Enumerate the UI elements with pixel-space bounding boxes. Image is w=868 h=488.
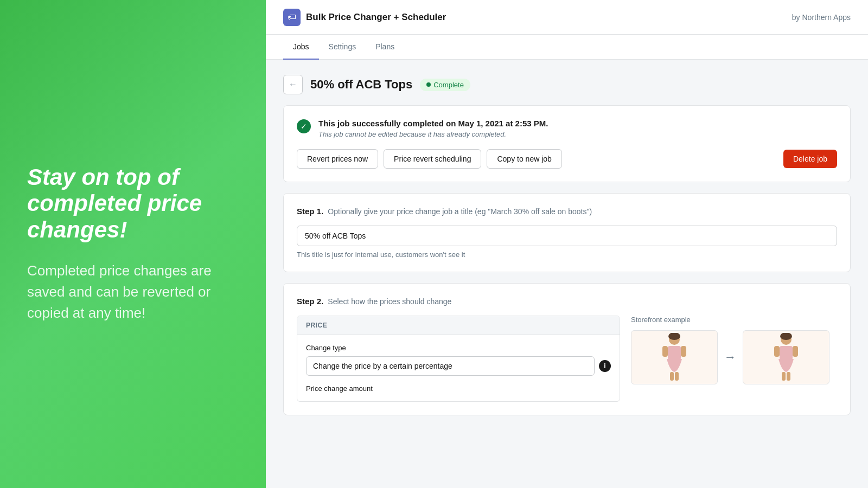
price-section-header: PRICE	[297, 316, 620, 335]
storefront-label: Storefront example	[631, 316, 837, 324]
completion-card: ✓ This job successfully completed on May…	[283, 105, 851, 182]
change-type-select[interactable]: Change the price by a certain percentage…	[306, 356, 595, 376]
step2-label: Step 2. Select how the prices should cha…	[297, 297, 837, 306]
job-title-input[interactable]	[297, 226, 837, 246]
tab-plans[interactable]: Plans	[366, 35, 404, 60]
step1-card: Step 1. Optionally give your price chang…	[283, 193, 851, 272]
select-wrapper: Change the price by a certain percentage…	[306, 356, 611, 376]
change-type-label: Change type	[306, 344, 611, 352]
app-by-text: by Northern Apps	[792, 13, 851, 22]
svg-rect-10	[793, 346, 798, 357]
app-logo-icon: 🏷	[283, 9, 301, 26]
arrow-right-icon: →	[724, 350, 736, 364]
tab-jobs[interactable]: Jobs	[283, 35, 319, 60]
svg-rect-1	[668, 346, 681, 360]
left-body: Completed price changes are saved and ca…	[27, 260, 239, 324]
input-hint: This title is just for internal use, cus…	[297, 251, 837, 259]
product-card-before	[631, 330, 718, 384]
copy-to-new-job-button[interactable]: Copy to new job	[487, 149, 561, 169]
check-circle-icon: ✓	[297, 119, 311, 133]
status-badge: Complete	[420, 79, 470, 91]
left-title: Stay on top of completed price changes!	[27, 164, 239, 243]
job-title: 50% off ACB Tops	[310, 78, 412, 92]
step2-card: Step 2. Select how the prices should cha…	[283, 283, 851, 415]
revert-prices-button[interactable]: Revert prices now	[297, 149, 378, 169]
completion-notice: ✓ This job successfully completed on May…	[297, 119, 837, 138]
main-content: ← 50% off ACB Tops Complete ✓ This job s…	[266, 60, 868, 431]
left-panel: Stay on top of completed price changes! …	[0, 0, 266, 488]
info-icon[interactable]: i	[599, 360, 611, 372]
tag-icon: 🏷	[288, 12, 296, 22]
page-title-row: ← 50% off ACB Tops Complete	[283, 75, 851, 94]
svg-rect-12	[787, 372, 790, 381]
price-section-body: Change type Change the price by a certai…	[297, 335, 620, 401]
app-logo: 🏷 Bulk Price Changer + Scheduler	[283, 9, 446, 26]
step2-grid: PRICE Change type Change the price by a …	[297, 316, 837, 402]
svg-rect-11	[782, 372, 786, 381]
tab-settings[interactable]: Settings	[319, 35, 366, 60]
svg-rect-8	[780, 346, 793, 360]
product-card-after	[743, 330, 829, 384]
svg-rect-2	[662, 346, 668, 357]
storefront-images: →	[631, 330, 837, 384]
action-buttons-left: Revert prices now Price revert schedulin…	[297, 149, 562, 169]
status-label: Complete	[433, 81, 464, 89]
svg-rect-9	[774, 346, 780, 357]
nav-tabs: Jobs Settings Plans	[266, 35, 868, 60]
delete-job-button[interactable]: Delete job	[783, 150, 837, 168]
completion-message: This job successfully completed on May 1…	[318, 119, 548, 128]
svg-rect-4	[670, 372, 674, 381]
product-figure-after	[770, 333, 802, 382]
step1-label: Step 1. Optionally give your price chang…	[297, 207, 837, 216]
action-buttons-row: Revert prices now Price revert schedulin…	[297, 149, 837, 169]
svg-rect-3	[681, 346, 686, 357]
product-figure-before	[658, 333, 691, 382]
storefront-example: Storefront example	[631, 316, 837, 384]
svg-rect-5	[675, 372, 679, 381]
app-header: 🏷 Bulk Price Changer + Scheduler by Nort…	[266, 0, 868, 35]
cannot-edit-message: This job cannot be edited because it has…	[318, 130, 548, 138]
back-arrow-icon: ←	[289, 80, 297, 89]
app-name: Bulk Price Changer + Scheduler	[306, 12, 446, 23]
price-change-amount-label: Price change amount	[306, 384, 611, 393]
price-revert-scheduling-button[interactable]: Price revert scheduling	[384, 149, 481, 169]
back-button[interactable]: ←	[283, 75, 303, 94]
status-dot	[426, 82, 431, 87]
completion-text: This job successfully completed on May 1…	[318, 119, 548, 138]
right-panel: 🏷 Bulk Price Changer + Scheduler by Nort…	[266, 0, 868, 488]
price-section: PRICE Change type Change the price by a …	[297, 316, 620, 402]
